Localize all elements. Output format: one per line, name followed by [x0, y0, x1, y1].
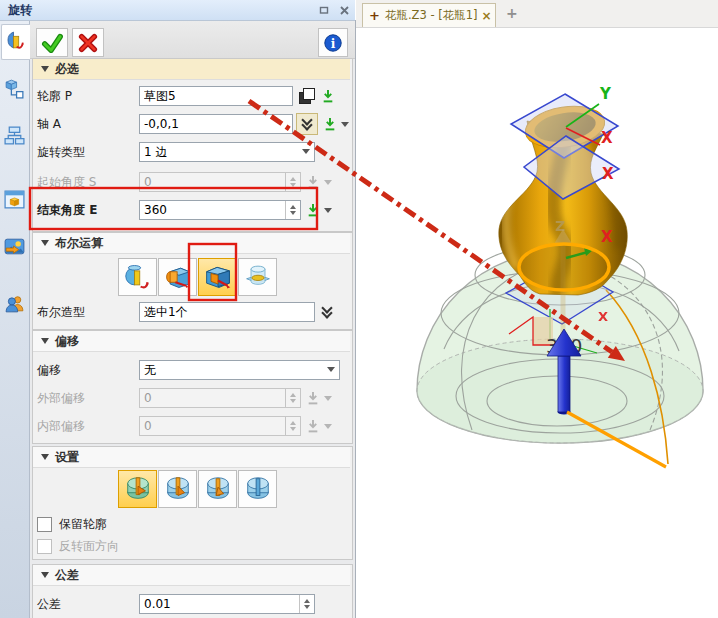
- assembly-structure-icon[interactable]: [3, 77, 26, 100]
- outer-offset-row: 外部偏移: [37, 386, 349, 410]
- collapse-arrow-icon: [41, 240, 49, 250]
- start-angle-input: [140, 173, 285, 191]
- spinner[interactable]: [285, 201, 300, 219]
- copy-icon[interactable]: [298, 87, 316, 105]
- boolean-shapes-input[interactable]: [139, 302, 315, 322]
- settings-option-3-button[interactable]: [198, 470, 237, 508]
- dropdown-caret-icon[interactable]: [341, 122, 349, 131]
- profile-row: 轮廓 P: [37, 84, 349, 108]
- cancel-button[interactable]: [72, 28, 104, 57]
- revolve-type-select[interactable]: 1 边: [139, 142, 315, 162]
- spinner: [285, 417, 300, 435]
- boolean-intersect-button[interactable]: [238, 258, 277, 296]
- axis-input[interactable]: [139, 114, 293, 134]
- tolerance-label: 公差: [37, 596, 139, 613]
- outer-offset-input: [140, 389, 285, 407]
- outer-offset-spinbox: [139, 388, 301, 408]
- download-icon[interactable]: [321, 89, 335, 103]
- new-tab-button[interactable]: +: [506, 5, 518, 21]
- end-angle-input[interactable]: [140, 201, 285, 219]
- axis-label: 轴 A: [37, 116, 139, 133]
- settings-header[interactable]: 设置: [33, 447, 350, 468]
- settings-option-1-button[interactable]: [118, 470, 157, 508]
- start-angle-spinbox[interactable]: [139, 172, 301, 192]
- inner-offset-label: 内部偏移: [37, 418, 139, 435]
- profile-input[interactable]: [139, 86, 293, 106]
- required-header[interactable]: 必选: [33, 59, 350, 80]
- collapse-arrow-icon: [41, 66, 49, 76]
- close-icon[interactable]: [337, 3, 351, 17]
- flip-face-label: 反转面方向: [59, 538, 119, 555]
- keep-profile-label: 保留轮廓: [59, 516, 107, 533]
- download-icon-disabled: [306, 391, 320, 405]
- double-chevron-button[interactable]: [296, 113, 318, 135]
- collapse-arrow-icon: [41, 572, 49, 582]
- flip-face-checkbox: [37, 539, 52, 554]
- download-icon[interactable]: [323, 117, 337, 131]
- 3d-scene: Y X X X Z X 360: [356, 27, 718, 618]
- axis-label-x3: X: [601, 228, 613, 246]
- revolve-dialog-panel: i 必选 布尔运算 偏移 设置 公差 轮廓 P 轴 A 旋转类型 1 边: [29, 20, 356, 618]
- svg-text:i: i: [331, 36, 336, 50]
- document-tabbar: + 花瓶.Z3 - [花瓶1] × +: [356, 0, 718, 28]
- axis-label-x4: X: [598, 309, 608, 324]
- spinner[interactable]: [299, 595, 314, 613]
- axis-label-x2: X: [602, 165, 614, 183]
- offset-header[interactable]: 偏移: [33, 331, 350, 352]
- tab-label: 花瓶.Z3 - [花瓶1]: [385, 8, 478, 23]
- profile-label: 轮廓 P: [37, 88, 139, 105]
- scene-render-icon[interactable]: [3, 235, 26, 258]
- info-button[interactable]: i: [318, 28, 348, 57]
- download-icon[interactable]: [306, 203, 320, 217]
- download-icon-disabled: [306, 419, 320, 433]
- 3d-viewport[interactable]: Y X X X Z X 360: [356, 27, 718, 618]
- keep-profile-checkbox[interactable]: [37, 517, 52, 532]
- spinner: [285, 173, 300, 191]
- revolve-type-row: 旋转类型 1 边: [37, 140, 349, 164]
- boolean-base-button[interactable]: [118, 258, 157, 296]
- restore-icon[interactable]: [317, 3, 331, 17]
- dropdown-caret-icon[interactable]: [324, 208, 332, 217]
- tolerance-header[interactable]: 公差: [33, 565, 350, 586]
- tolerance-spinbox[interactable]: [139, 594, 315, 614]
- boolean-shapes-label: 布尔造型: [37, 304, 139, 321]
- history-tree-icon[interactable]: [3, 124, 26, 147]
- dropdown-caret-icon: [324, 180, 332, 189]
- tab-plus-icon: +: [369, 8, 380, 23]
- boolean-shapes-row: 布尔造型: [37, 300, 349, 324]
- dropdown-caret-icon: [324, 396, 332, 405]
- expand-double-chevron-icon[interactable]: [323, 307, 331, 317]
- start-angle-row: 起始角度 S: [37, 170, 349, 194]
- boolean-add-button[interactable]: [158, 258, 197, 296]
- settings-option-2-button[interactable]: [158, 470, 197, 508]
- tab-close-icon[interactable]: ×: [482, 9, 492, 23]
- boolean-remove-button[interactable]: [198, 258, 237, 296]
- dialog-titlebar: 旋转: [0, 0, 355, 21]
- selected-face-highlight[interactable]: [519, 244, 609, 290]
- tolerance-row: 公差: [37, 592, 349, 616]
- end-angle-row: 结束角度 E: [37, 198, 349, 222]
- tolerance-input[interactable]: [140, 595, 299, 613]
- outer-offset-label: 外部偏移: [37, 390, 139, 407]
- collapse-arrow-icon: [41, 454, 49, 464]
- flip-face-row: 反转面方向: [37, 534, 349, 558]
- settings-option-4-button[interactable]: [238, 470, 277, 508]
- offset-label: 偏移: [37, 362, 139, 379]
- download-icon-disabled: [306, 175, 320, 189]
- collapse-arrow-icon: [41, 338, 49, 348]
- dialog-toolbar: i: [29, 20, 355, 59]
- visual-manager-icon[interactable]: [3, 188, 26, 211]
- revolve-history-icon[interactable]: [3, 29, 26, 52]
- dropdown-caret-icon: [324, 424, 332, 433]
- boolean-header[interactable]: 布尔运算: [33, 233, 350, 254]
- inner-offset-spinbox: [139, 416, 301, 436]
- user-role-icon[interactable]: [3, 292, 26, 315]
- offset-select[interactable]: 无: [139, 360, 340, 380]
- tab-active-document[interactable]: + 花瓶.Z3 - [花瓶1] ×: [362, 3, 496, 27]
- ok-button[interactable]: [36, 28, 68, 57]
- spinner: [285, 389, 300, 407]
- end-angle-label: 结束角度 E: [37, 202, 139, 219]
- axis-row: 轴 A: [37, 112, 349, 136]
- axis-label-y: Y: [599, 85, 612, 103]
- end-angle-spinbox[interactable]: [139, 200, 301, 220]
